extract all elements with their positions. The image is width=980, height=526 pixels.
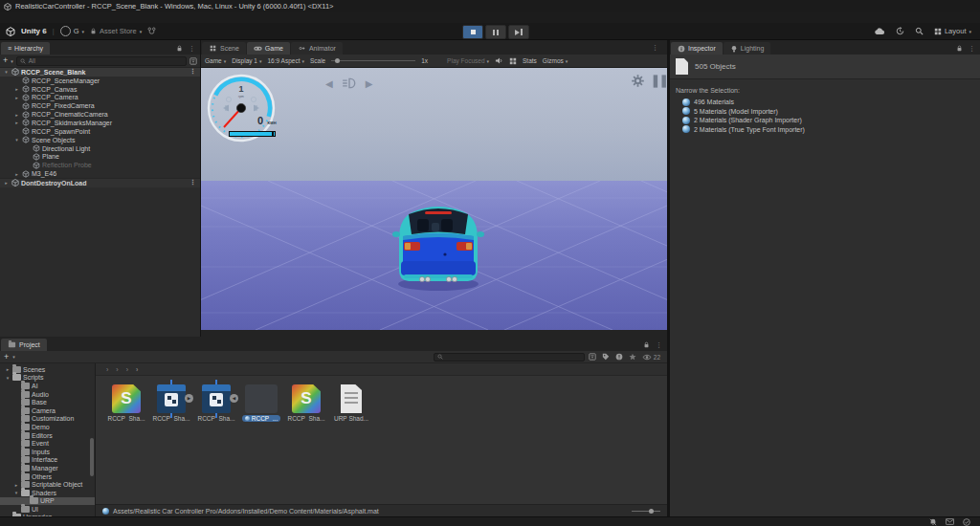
vsync-grid-icon[interactable] xyxy=(509,57,517,65)
project-tree-row[interactable]: URP xyxy=(0,497,95,506)
hierarchy-row[interactable]: RCCP_SceneManager xyxy=(0,77,200,85)
breadcrumb-item[interactable] xyxy=(102,366,112,373)
search-filter-icon[interactable] xyxy=(189,57,197,65)
view-tab[interactable]: Scene xyxy=(202,42,246,55)
lock-icon[interactable] xyxy=(956,45,963,52)
search-icon[interactable] xyxy=(915,27,924,35)
hierarchy-row[interactable]: Directional Light xyxy=(0,144,200,153)
project-tree-row[interactable]: ▾ Shaders xyxy=(0,489,95,497)
expand-arrow-icon[interactable]: ▾ xyxy=(13,137,20,142)
asset-item[interactable]: RCCP_Sha... xyxy=(197,384,235,422)
asset-item[interactable]: RCCP_Sha... xyxy=(287,384,325,422)
view-tab[interactable]: Animator xyxy=(291,42,343,55)
expand-arrow-icon[interactable]: ▾ xyxy=(5,375,11,381)
asset-item[interactable]: URP Shad... xyxy=(332,384,370,422)
material-filter-item[interactable]: 5 Materials (Model Importer) xyxy=(670,107,980,117)
project-tree-row[interactable]: Audio xyxy=(0,390,95,399)
hierarchy-row[interactable]: ▸ RCCP_CinematicCamera xyxy=(0,110,200,119)
material-filter-item[interactable]: 2 Materials (Shader Graph Importer) xyxy=(670,116,980,125)
material-filter-item[interactable]: 2 Materials (True Type Font Importer) xyxy=(670,125,980,135)
search-by-label-icon[interactable] xyxy=(602,353,610,361)
project-tree-row[interactable]: Interface xyxy=(0,456,95,465)
hud-pause-icon[interactable] xyxy=(653,75,664,87)
kebab-menu-icon[interactable]: ⋮ xyxy=(652,44,658,52)
play-focused-dropdown[interactable]: Play Focused▾ xyxy=(447,57,489,64)
project-tree-row[interactable]: Camera xyxy=(0,406,95,415)
breadcrumb-item[interactable] xyxy=(122,366,132,373)
expand-arrow-icon[interactable]: ▾ xyxy=(3,69,10,75)
kebab-menu-icon[interactable]: ⋮ xyxy=(969,45,975,53)
account-menu[interactable]: G ▾ xyxy=(60,26,84,36)
play-stop-button[interactable] xyxy=(462,25,483,39)
project-tree-row[interactable]: Others xyxy=(0,472,95,481)
headlight-icon[interactable] xyxy=(342,77,357,89)
expand-arrow-icon[interactable]: ▸ xyxy=(13,171,20,177)
breadcrumb-item[interactable] xyxy=(132,366,142,373)
view-tab[interactable]: Game xyxy=(247,42,290,55)
gizmos-dropdown[interactable]: Gizmos▾ xyxy=(543,57,568,64)
project-tree-row[interactable]: Demo xyxy=(0,423,95,431)
expand-arrow-icon[interactable]: ▸ xyxy=(3,180,10,186)
hierarchy-row[interactable]: ▾ Scene Objects xyxy=(0,136,200,144)
hierarchy-row[interactable]: ▸ RCCP_SkidmarksManager xyxy=(0,119,200,127)
mute-audio-icon[interactable] xyxy=(495,56,503,65)
hierarchy-row[interactable]: ▸ DontDestroyOnLoad ⋮ xyxy=(0,178,200,187)
hierarchy-row[interactable]: Plane xyxy=(0,152,200,161)
material-filter-item[interactable]: 496 Materials xyxy=(670,98,980,107)
project-tree-row[interactable]: ▸ Scriptable Object xyxy=(0,480,95,489)
left-indicator-icon[interactable]: ◀ xyxy=(325,78,333,89)
kebab-menu-icon[interactable]: ⋮ xyxy=(656,341,662,349)
search-by-type-icon[interactable] xyxy=(589,353,596,361)
display-mode-dropdown[interactable]: Game▾ xyxy=(205,57,226,64)
console-message-icon[interactable] xyxy=(946,518,954,525)
project-tree-row[interactable]: AI xyxy=(0,382,95,390)
cloud-icon[interactable] xyxy=(874,27,885,35)
right-indicator-icon[interactable]: ▶ xyxy=(366,78,373,89)
version-control-icon[interactable] xyxy=(147,27,156,35)
pause-button[interactable] xyxy=(485,25,506,39)
project-search-input[interactable] xyxy=(434,353,585,362)
breadcrumb-item[interactable] xyxy=(112,366,122,373)
project-tree-row[interactable]: Base xyxy=(0,398,95,406)
aspect-dropdown[interactable]: 16:9 Aspect▾ xyxy=(267,57,304,64)
hierarchy-row[interactable]: ▸ RCCP_Canvas xyxy=(0,85,200,94)
expand-arrow-icon[interactable]: ▾ xyxy=(13,490,19,495)
scale-slider[interactable] xyxy=(331,60,415,61)
chevron-down-icon[interactable]: ▾ xyxy=(11,58,13,64)
hierarchy-row[interactable]: ▸ M3_E46 xyxy=(0,169,200,178)
asset-item[interactable]: RCCP_Sha... xyxy=(107,384,145,422)
slider-thumb[interactable] xyxy=(649,509,654,514)
lock-icon[interactable] xyxy=(176,45,183,52)
hierarchy-row[interactable]: ▸ RCCP_Camera xyxy=(0,94,200,102)
notifications-muted-icon[interactable] xyxy=(929,518,937,526)
tree-scrollbar[interactable] xyxy=(90,438,94,476)
create-asset-button[interactable]: + xyxy=(4,353,9,362)
expand-arrow-icon[interactable]: ▸ xyxy=(13,120,20,125)
thumbnail-size-slider[interactable] xyxy=(632,511,660,512)
inspector-tab[interactable]: Lighting xyxy=(724,42,771,55)
lock-icon[interactable] xyxy=(643,341,650,348)
chevron-down-icon[interactable]: ▾ xyxy=(12,354,15,360)
scale-slider-thumb[interactable] xyxy=(335,58,340,63)
favorites-star-icon[interactable] xyxy=(629,353,636,361)
hierarchy-row[interactable]: RCCP_FixedCamera xyxy=(0,101,200,110)
expand-arrow-icon[interactable]: ▸ xyxy=(13,112,20,118)
expand-arrow-icon[interactable]: ▸ xyxy=(13,95,20,100)
expand-arrow-icon[interactable]: ▸ xyxy=(13,482,19,488)
expand-arrow-icon[interactable]: ▸ xyxy=(13,86,20,92)
step-button[interactable] xyxy=(508,25,529,39)
stats-button[interactable]: Stats xyxy=(523,57,537,64)
undo-history-icon[interactable] xyxy=(896,27,904,35)
kebab-menu-icon[interactable]: ⋮ xyxy=(189,45,195,53)
project-tree-row[interactable]: Editors xyxy=(0,431,95,440)
hierarchy-row[interactable]: RCCP_SpawnPoint xyxy=(0,127,200,136)
project-tree-row[interactable]: Event xyxy=(0,439,95,448)
project-tree-row[interactable]: Manager xyxy=(0,464,95,472)
project-tree-row[interactable]: ▾ Scripts xyxy=(0,374,95,383)
cache-ok-icon[interactable] xyxy=(963,518,970,526)
kebab-menu-icon[interactable]: ⋮ xyxy=(189,68,200,76)
camera-change-gear-icon[interactable] xyxy=(631,74,645,88)
asset-item[interactable]: RCCP_... xyxy=(242,384,280,422)
asset-store-button[interactable]: Asset Store ▾ xyxy=(90,27,142,35)
hierarchy-row[interactable]: Reflection Probe xyxy=(0,161,200,169)
